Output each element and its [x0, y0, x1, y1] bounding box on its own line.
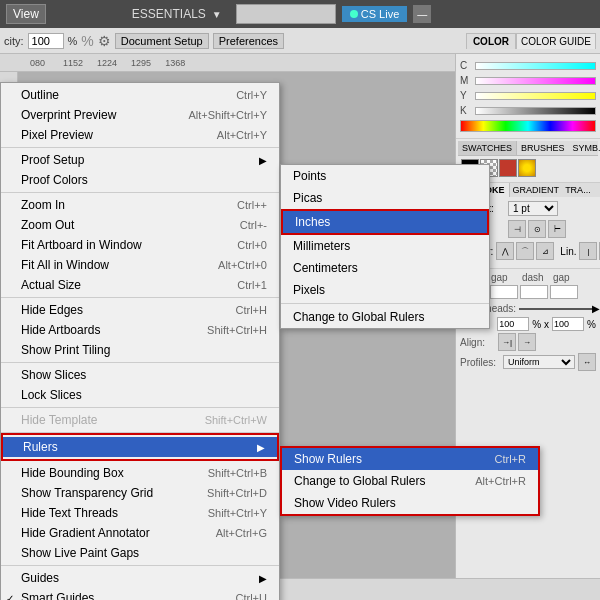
rulers-show-shortcut: Ctrl+R — [495, 453, 526, 465]
rulers-show-video[interactable]: Show Video Rulers — [282, 492, 538, 514]
cyan-bar[interactable] — [475, 62, 596, 70]
ruler-num-4: 1295 — [131, 58, 151, 68]
menu-fit-artboard[interactable]: Fit Artboard in Window Ctrl+0 — [1, 235, 279, 255]
cs-live-label: CS Live — [361, 8, 400, 20]
color-guide-tab[interactable]: COLOR GUIDE — [516, 33, 596, 49]
menu-fit-all[interactable]: Fit All in Window Alt+Ctrl+0 — [1, 255, 279, 275]
menu-show-print-tiling-label: Show Print Tiling — [21, 343, 267, 357]
menu-section-8: Hide Bounding Box Shift+Ctrl+B Show Tran… — [1, 461, 279, 566]
menu-pixel[interactable]: Pixel Preview Alt+Ctrl+Y — [1, 125, 279, 145]
align-btn-1[interactable]: →| — [498, 333, 516, 351]
search-input[interactable] — [236, 4, 336, 24]
corner-bevel[interactable]: ⊿ — [536, 242, 554, 260]
rulers-show[interactable]: Show Rulers Ctrl+R — [282, 448, 538, 470]
dash-input-2[interactable] — [520, 285, 548, 299]
preferences-button[interactable]: Preferences — [213, 33, 284, 49]
menu-outline[interactable]: Outline Ctrl+Y — [1, 85, 279, 105]
menu-hide-bounding-box-label: Hide Bounding Box — [21, 466, 198, 480]
rulers-change-global-label: Change to Global Rulers — [294, 474, 475, 488]
menu-lock-slices[interactable]: Lock Slices — [1, 385, 279, 405]
menu-section-1: Outline Ctrl+Y Overprint Preview Alt+Shi… — [1, 83, 279, 148]
cap-square[interactable]: ⊢ — [548, 220, 566, 238]
profile-row: Profiles: Uniform ↔ — [460, 353, 596, 371]
gap-input-2[interactable] — [550, 285, 578, 299]
spectrum-bar[interactable] — [460, 120, 596, 132]
black-bar[interactable] — [475, 107, 596, 115]
gap-input-1[interactable] — [490, 285, 518, 299]
opacity-input[interactable] — [28, 33, 64, 49]
menu-hide-bounding-box[interactable]: Hide Bounding Box Shift+Ctrl+B — [1, 463, 279, 483]
symbols-tab[interactable]: SYMB... — [569, 141, 600, 155]
units-pixels-label: Pixels — [293, 283, 325, 297]
units-picas[interactable]: Picas — [281, 187, 489, 209]
menu-section-2: Proof Setup ▶ Proof Colors — [1, 148, 279, 193]
units-change-global[interactable]: Change to Global Rulers — [281, 306, 489, 328]
menu-hide-text-threads[interactable]: Hide Text Threads Shift+Ctrl+Y — [1, 503, 279, 523]
swatch-tabs: SWATCHES BRUSHES SYMB... — [458, 141, 598, 156]
scale-input[interactable] — [497, 317, 529, 331]
menu-hide-template-label: Hide Template — [21, 413, 195, 427]
view-menu-button[interactable]: View — [6, 4, 46, 24]
top-bar: View ESSENTIALS ▼ CS Live — — [0, 0, 600, 28]
units-pixels[interactable]: Pixels — [281, 279, 489, 301]
menu-show-live-paint-gaps[interactable]: Show Live Paint Gaps — [1, 543, 279, 563]
trans-tab[interactable]: TRA... — [562, 183, 594, 197]
weight-select[interactable]: 1 pt — [508, 201, 558, 216]
units-millimeters[interactable]: Millimeters — [281, 235, 489, 257]
align-btn-2[interactable]: → — [518, 333, 536, 351]
magenta-row: M — [460, 75, 596, 86]
units-centimeters[interactable]: Centimeters — [281, 257, 489, 279]
menu-smart-guides[interactable]: Smart Guides Ctrl+U — [1, 588, 279, 600]
magenta-bar[interactable] — [475, 77, 596, 85]
corner-round[interactable]: ⌒ — [516, 242, 534, 260]
menu-show-slices[interactable]: Show Slices — [1, 365, 279, 385]
menu-hide-edges[interactable]: Hide Edges Ctrl+H — [1, 300, 279, 320]
gradient-tab[interactable]: GRADIENT — [510, 183, 563, 197]
menu-overprint[interactable]: Overprint Preview Alt+Shift+Ctrl+Y — [1, 105, 279, 125]
menu-zoom-out-shortcut: Ctrl+- — [240, 219, 267, 231]
line-inside[interactable]: | — [579, 242, 597, 260]
options-icon[interactable]: ⚙ — [98, 33, 111, 49]
menu-guides[interactable]: Guides ▶ — [1, 568, 279, 588]
menu-show-slices-label: Show Slices — [21, 368, 267, 382]
menu-smart-guides-label: Smart Guides — [21, 591, 226, 600]
rulers-change-global[interactable]: Change to Global Rulers Alt+Ctrl+R — [282, 470, 538, 492]
menu-proof-setup[interactable]: Proof Setup ▶ — [1, 150, 279, 170]
menu-hide-edges-label: Hide Edges — [21, 303, 226, 317]
profile-select[interactable]: Uniform — [503, 355, 575, 369]
corner-miter[interactable]: ⋀ — [496, 242, 514, 260]
minimize-button[interactable]: — — [413, 5, 431, 23]
scale-input-2[interactable] — [552, 317, 584, 331]
menu-hide-template[interactable]: Hide Template Shift+Ctrl+W — [1, 410, 279, 430]
menu-rulers[interactable]: Rulers ▶ — [3, 437, 277, 457]
cap-round[interactable]: ⊙ — [528, 220, 546, 238]
cs-live-dot — [350, 10, 358, 18]
swatch-red[interactable] — [499, 159, 517, 177]
menu-hide-artboards-label: Hide Artboards — [21, 323, 197, 337]
dropdown-arrow[interactable]: ▼ — [212, 9, 222, 20]
units-points[interactable]: Points — [281, 165, 489, 187]
cs-live-button[interactable]: CS Live — [342, 6, 408, 22]
menu-fit-all-label: Fit All in Window — [21, 258, 208, 272]
menu-hide-artboards-shortcut: Shift+Ctrl+H — [207, 324, 267, 336]
menu-zoom-in[interactable]: Zoom In Ctrl++ — [1, 195, 279, 215]
menu-proof-colors[interactable]: Proof Colors — [1, 170, 279, 190]
units-picas-label: Picas — [293, 191, 322, 205]
menu-hide-artboards[interactable]: Hide Artboards Shift+Ctrl+H — [1, 320, 279, 340]
color-tab[interactable]: COLOR — [466, 33, 516, 49]
profile-flip[interactable]: ↔ — [578, 353, 596, 371]
swatch-yellow[interactable] — [518, 159, 536, 177]
cap-butt[interactable]: ⊣ — [508, 220, 526, 238]
brushes-tab[interactable]: BRUSHES — [517, 141, 569, 155]
black-label: K — [460, 105, 472, 116]
menu-show-transparency-grid[interactable]: Show Transparency Grid Shift+Ctrl+D — [1, 483, 279, 503]
yellow-bar[interactable] — [475, 92, 596, 100]
menu-actual-size[interactable]: Actual Size Ctrl+1 — [1, 275, 279, 295]
menu-hide-gradient-annotator[interactable]: Hide Gradient Annotator Alt+Ctrl+G — [1, 523, 279, 543]
menu-zoom-out[interactable]: Zoom Out Ctrl+- — [1, 215, 279, 235]
rulers-change-global-shortcut: Alt+Ctrl+R — [475, 475, 526, 487]
menu-show-print-tiling[interactable]: Show Print Tiling — [1, 340, 279, 360]
doc-setup-button[interactable]: Document Setup — [115, 33, 209, 49]
swatches-tab[interactable]: SWATCHES — [458, 141, 517, 155]
units-inches[interactable]: Inches — [281, 209, 489, 235]
